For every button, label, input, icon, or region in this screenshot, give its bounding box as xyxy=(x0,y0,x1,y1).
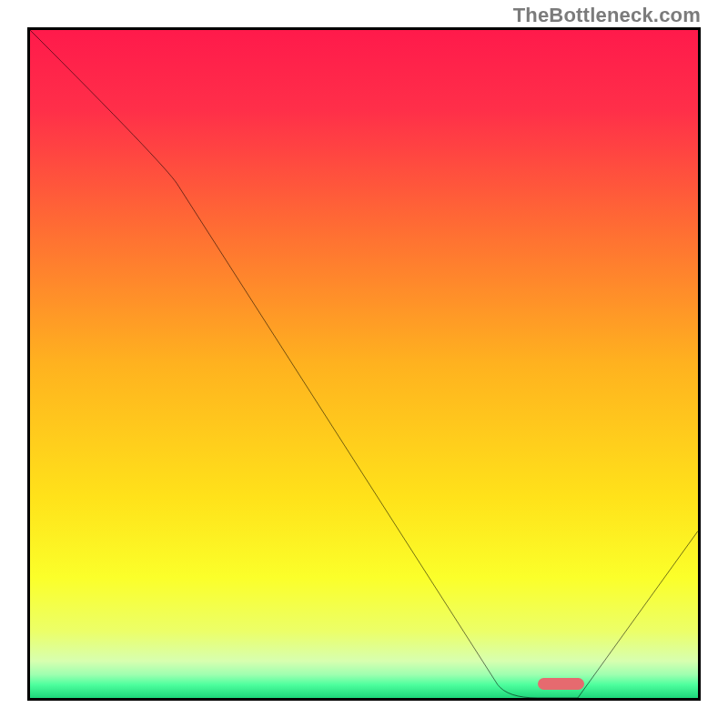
chart-frame xyxy=(27,27,701,701)
bottleneck-curve xyxy=(30,30,698,698)
watermark-text: TheBottleneck.com xyxy=(513,4,701,27)
optimal-range-marker xyxy=(538,678,584,690)
